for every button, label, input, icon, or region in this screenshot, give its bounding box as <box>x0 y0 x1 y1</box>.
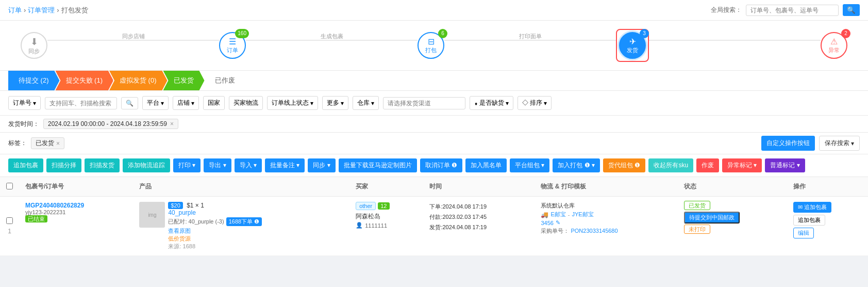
filter-sort[interactable]: ◇ 排序▾ <box>518 96 552 110</box>
step-line-4 <box>649 40 821 41</box>
filter-stock-btn[interactable]: ⬧ 是否缺货▾ <box>470 96 513 110</box>
add-pack-op-label: 追加包裹 <box>804 203 827 211</box>
row-status-cell: 已发货 待提交到中国邮政 未打印 <box>678 197 787 256</box>
step-ship[interactable]: ✈ 发货 3 <box>616 29 649 62</box>
global-search-label: 全局搜索： <box>711 6 742 14</box>
row-time-cell: 下单:2024.04.08 17:19 付款:2023.02.03 17:45 … <box>423 197 535 256</box>
label-text: 标签： <box>8 139 27 148</box>
row-buyer-cell: other 12 阿森松岛 👤 1111111 <box>349 197 423 256</box>
filter-warehouse[interactable]: 仓库▾ <box>353 96 379 110</box>
filter-platform[interactable]: 平台▾ <box>142 96 169 110</box>
edit-op-label: 编辑 <box>798 229 809 237</box>
warehouse-name: 系统默认仓库 <box>541 202 672 210</box>
step-order[interactable]: ☰ 订单 160 <box>219 32 246 59</box>
step-order-badge: 160 <box>235 29 249 38</box>
filter-logistics[interactable]: 买家物流 <box>229 96 263 110</box>
tab-virtual[interactable]: 虚拟发货 (0) <box>109 71 168 90</box>
save-search-button[interactable]: 保存搜索 ▾ <box>819 136 860 151</box>
step-pack-badge: 6 <box>438 29 447 38</box>
proxy-pack-btn[interactable]: 货代组包 ❶ <box>603 158 645 172</box>
step-line-3: 打印面单 <box>444 40 616 41</box>
search-icon-btn[interactable]: 🔍 <box>121 97 138 109</box>
collect-sku-btn[interactable]: 收起所有sku <box>648 158 693 172</box>
order-search-input[interactable] <box>45 97 117 109</box>
col-status: 状态 <box>678 177 787 197</box>
sync-btn[interactable]: 同步 ▾ <box>308 158 335 172</box>
buyer-id: 1111111 <box>365 222 387 229</box>
product-details: $20 $1 × 1 40_purple 已配对: 40_purple (-3)… <box>168 202 262 250</box>
normal-mark-btn[interactable]: 普通标记 ▾ <box>765 158 805 172</box>
save-search-chevron: ▾ <box>851 140 854 147</box>
tab-pending[interactable]: 待提交 (2) <box>8 71 60 90</box>
print-btn[interactable]: 打印 ▾ <box>173 158 201 172</box>
breadcrumb-item-manage[interactable]: 订单管理 <box>28 6 55 15</box>
add-pack-op-btn[interactable]: ✉ 追加包裹 <box>793 202 831 213</box>
step-ship-badge: 3 <box>640 29 649 38</box>
table-row: 1 MGP2404080262829 yjy123-2022231 已结束 im… <box>0 197 868 256</box>
blacklist-btn[interactable]: 加入黑名单 <box>465 158 507 172</box>
breadcrumb-item-order[interactable]: 订单 <box>8 6 22 15</box>
step-line-label-3: 打印面单 <box>444 33 616 40</box>
scan-split-btn[interactable]: 扫描分择 <box>46 158 81 172</box>
step-line-label-2: 生成包裹 <box>246 33 418 40</box>
cancel-order-btn[interactable]: 取消订单 ❶ <box>420 158 462 172</box>
col-product: 产品 <box>133 177 349 197</box>
step-sync-circle[interactable]: ⬇ 同步 <box>21 32 47 59</box>
step-ship-label-inner: 发货 <box>627 46 638 54</box>
waste-btn[interactable]: 作废 <box>696 158 719 172</box>
batch-amazon-btn[interactable]: 批量下载亚马逊定制图片 <box>339 158 417 172</box>
custom-ops-button[interactable]: 自定义操作按钮 <box>761 136 815 151</box>
exception-mark-btn[interactable]: 异常标记 ▾ <box>722 158 762 172</box>
date-filter-clear[interactable]: × <box>170 120 174 127</box>
label-tag-close[interactable]: × <box>56 140 60 147</box>
platform-group-btn[interactable]: 平台组包 ▾ <box>510 158 549 172</box>
filter-country[interactable]: 国家 <box>203 96 225 110</box>
filter-order-num[interactable]: 订单号 ▾ <box>8 96 41 110</box>
global-search-button[interactable]: 🔍 <box>843 4 860 16</box>
batch-note-btn[interactable]: 批量备注 ▾ <box>265 158 305 172</box>
import-btn[interactable]: 导入 ▾ <box>235 158 262 172</box>
filter-more[interactable]: 更多▾ <box>322 96 348 110</box>
add-pack-row-btn[interactable]: 追加包裹 <box>793 215 825 226</box>
step-line-label-1: 同步店铺 <box>47 33 219 40</box>
track-num[interactable]: 3456 <box>541 220 553 226</box>
warehouse-select[interactable] <box>383 97 465 109</box>
tab-done[interactable]: 已作废 <box>205 71 245 90</box>
origin-label: 来源: 1688 <box>168 243 195 249</box>
view-img-link[interactable]: 查看原图 <box>168 228 191 234</box>
package-num[interactable]: MGP2404080262829 <box>25 202 127 209</box>
step-line-2: 生成包裹 <box>246 40 418 41</box>
purchase-row: 采购单号： PON23033145680 <box>541 227 672 235</box>
warehouse-chevron: ▾ <box>371 100 374 107</box>
add-logistics-btn[interactable]: 添加物流追踪 <box>123 158 170 172</box>
low-price-link[interactable]: 低价货源 <box>168 235 191 242</box>
col-buyer: 买家 <box>349 177 423 197</box>
step-pack-label-inner: 打包 <box>425 46 437 54</box>
carrier-name[interactable]: E邮宝 <box>550 211 565 218</box>
select-all-checkbox[interactable] <box>6 183 13 189</box>
breadcrumb-current: 打包发货 <box>61 6 88 15</box>
step-pack[interactable]: ⊟ 打包 6 <box>418 32 444 59</box>
order-num-sub: yjy123-2022231 <box>25 209 127 215</box>
edit-op-btn[interactable]: 编辑 <box>793 228 814 238</box>
add-pack-btn[interactable]: 追加包裹 <box>8 158 43 172</box>
status-pending-button[interactable]: 待提交到中国邮政 <box>684 212 740 224</box>
add-to-pack-btn[interactable]: 加入打包 ❶ ▾ <box>553 158 600 172</box>
filter-store[interactable]: 店铺▾ <box>173 96 199 110</box>
filter-order-status[interactable]: 订单线上状态▾ <box>267 96 318 110</box>
global-search-input[interactable] <box>746 5 839 16</box>
export-btn[interactable]: 导出 ▾ <box>204 158 231 172</box>
tab-shipped[interactable]: 已发货 <box>163 71 205 90</box>
step-exception[interactable]: ⚠ 异常 2 <box>821 32 847 59</box>
row-checkbox[interactable] <box>6 217 13 224</box>
purchase-num[interactable]: PON23033145680 <box>571 228 617 234</box>
email-icon: ✉ <box>798 204 803 211</box>
carrier-sub[interactable]: JYE邮宝 <box>572 211 593 218</box>
scan-ship-btn[interactable]: 扫描发货 <box>85 158 120 172</box>
row-ops-cell: ✉ 追加包裹 追加包裹 编辑 <box>787 197 868 256</box>
edit-track-icon[interactable]: ✎ <box>556 219 560 226</box>
step-ship-badge-container: ✈ 发货 3 <box>619 32 646 59</box>
step-sync[interactable]: ⬇ 同步 <box>21 32 47 59</box>
sku-count-tag: 1688下单 ❶ <box>226 217 262 226</box>
tab-failed[interactable]: 提交失败 (1) <box>56 71 114 90</box>
